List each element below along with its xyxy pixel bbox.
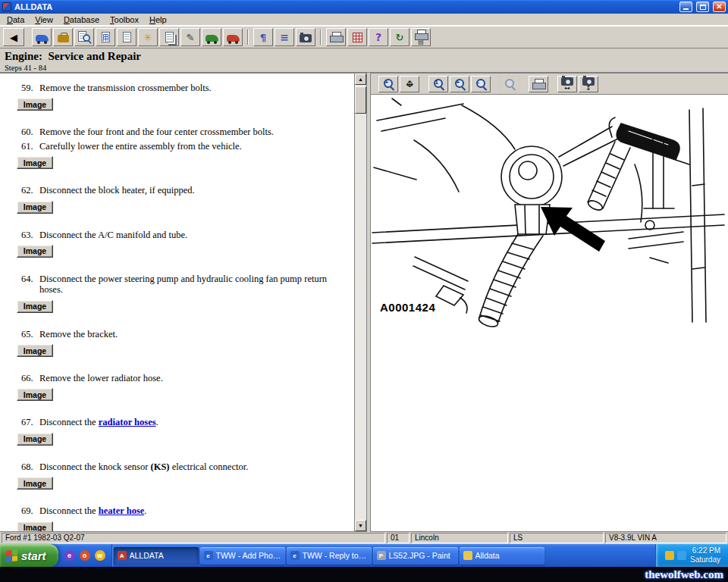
image-button[interactable]: Image bbox=[17, 433, 53, 446]
scroll-down-button[interactable]: ▼ bbox=[355, 520, 366, 531]
notes-button[interactable]: ✎ bbox=[180, 28, 200, 46]
image-view-button[interactable] bbox=[296, 28, 315, 46]
step-text-segment: Remove the four front and the four cente… bbox=[39, 127, 274, 137]
taskbar-item[interactable]: eTWW - Reply to Topic... bbox=[287, 547, 372, 565]
image-button[interactable]: Image bbox=[17, 98, 53, 111]
step-text: Disconnect the knock sensor (KS) electri… bbox=[39, 462, 351, 472]
status-field-4: V8-3.9L VIN A bbox=[605, 533, 726, 543]
step-line: 68.Disconnect the knock sensor (KS) elec… bbox=[0, 462, 351, 472]
tray-time: 6:22 PM bbox=[692, 546, 720, 555]
windows-logo-icon bbox=[6, 549, 17, 562]
image-button[interactable]: Image bbox=[17, 388, 53, 401]
menu-toolbox[interactable]: Toolbox bbox=[105, 14, 144, 25]
step-text-segment: Disconnect the bbox=[39, 417, 99, 427]
system-tray: 6:22 PM Saturday bbox=[655, 544, 728, 567]
step-text: Carefully lower the entire assembly from… bbox=[39, 141, 351, 152]
text-view-icon: ≡ bbox=[280, 32, 289, 42]
tray-icon-2[interactable] bbox=[677, 551, 686, 560]
search-document-button[interactable] bbox=[74, 28, 94, 46]
new-car-features-button[interactable] bbox=[202, 28, 221, 46]
quick-launch-icon-2[interactable]: o bbox=[80, 550, 90, 561]
toolbar-separator bbox=[320, 30, 322, 45]
menu-database[interactable]: Database bbox=[58, 14, 105, 25]
vehicle-select-icon bbox=[36, 35, 49, 42]
start-label: start bbox=[21, 549, 46, 562]
image-button[interactable]: Image bbox=[17, 201, 53, 214]
taskbar-item-icon: e bbox=[204, 551, 213, 560]
taskbar-item[interactable]: AALLDATA bbox=[114, 547, 199, 565]
briefcase-button[interactable] bbox=[53, 28, 73, 46]
taskbar-item-label: TWW - Add Photos - ... bbox=[216, 551, 281, 560]
back-button[interactable]: ◀ bbox=[3, 28, 24, 46]
labor-guide-icon bbox=[353, 33, 362, 42]
minimize-button[interactable] bbox=[679, 2, 692, 12]
start-button[interactable]: start bbox=[0, 544, 58, 567]
highlights-icon: ✳ bbox=[144, 33, 152, 42]
zoom-normal-button[interactable]: 1 bbox=[428, 76, 448, 92]
zoom-minus-button[interactable]: - bbox=[471, 76, 491, 92]
image-button[interactable]: Image bbox=[17, 156, 53, 169]
zoom-plus-button[interactable]: + bbox=[450, 76, 469, 92]
pan-button[interactable]: ↔↕ bbox=[400, 76, 419, 92]
print-setup-button[interactable]: ▤ bbox=[411, 28, 431, 46]
steps-panel: 59.Remove the transmission crossmember b… bbox=[0, 73, 367, 532]
fit-width-button[interactable]: ↔ bbox=[557, 76, 577, 92]
pan-icon: ↔↕ bbox=[403, 78, 416, 90]
quick-launch-icon-3[interactable]: w bbox=[95, 550, 105, 561]
scroll-up-button[interactable]: ▲ bbox=[355, 74, 366, 85]
quick-launch-icon-1[interactable]: e bbox=[64, 550, 75, 561]
step-link[interactable]: radiator hoses bbox=[99, 417, 156, 427]
paragraph-view-button[interactable]: ¶ bbox=[253, 28, 273, 46]
step-text: Remove the four front and the four cente… bbox=[39, 127, 351, 137]
car-repair-button[interactable] bbox=[223, 28, 243, 46]
print-image-button[interactable] bbox=[529, 76, 548, 92]
scrollbar-thumb[interactable] bbox=[355, 86, 366, 114]
menu-help[interactable]: Help bbox=[144, 14, 172, 25]
step-text: Disconnect the power steering pump and h… bbox=[39, 274, 351, 296]
image-button[interactable]: Image bbox=[17, 245, 53, 258]
taskbar-item-icon: e bbox=[290, 551, 300, 560]
tray-icon-1[interactable] bbox=[665, 551, 674, 560]
image-area: A0001424 bbox=[371, 95, 728, 531]
image-button[interactable]: Image bbox=[17, 344, 53, 357]
help-button[interactable]: ? bbox=[369, 28, 388, 46]
image-button[interactable]: Image bbox=[17, 300, 53, 313]
app-icon bbox=[2, 2, 11, 11]
history-button[interactable]: ↻ bbox=[390, 28, 410, 46]
zoom-in-button[interactable]: + bbox=[378, 76, 398, 92]
page-title: Engine: Service and Repair bbox=[5, 50, 728, 63]
menu-view[interactable]: View bbox=[30, 14, 58, 25]
document-button[interactable] bbox=[117, 28, 136, 46]
labor-guide-button[interactable] bbox=[347, 28, 367, 46]
step-text-segment: Disconnect the block heater, if equipped… bbox=[39, 185, 195, 196]
print-button[interactable] bbox=[326, 28, 346, 46]
restore-button[interactable] bbox=[696, 2, 709, 12]
step-text-segment: Remove the bracket. bbox=[39, 329, 118, 340]
paragraph-view-icon: ¶ bbox=[260, 33, 266, 42]
vertical-scrollbar[interactable]: ▲ ▼ bbox=[354, 74, 366, 531]
menu-data[interactable]: Data bbox=[2, 14, 30, 25]
minimize-icon bbox=[683, 8, 689, 10]
step-text-segment: Carefully lower the entire assembly from… bbox=[39, 141, 242, 152]
highlights-button[interactable]: ✳ bbox=[138, 28, 158, 46]
figure-label: A0001424 bbox=[380, 301, 435, 314]
step-number: 69. bbox=[21, 505, 35, 516]
step-text-segment: Remove the lower radiator hose. bbox=[39, 373, 163, 383]
tray-clock[interactable]: 6:22 PM Saturday bbox=[690, 546, 720, 565]
image-button[interactable]: Image bbox=[17, 477, 53, 490]
taskbar-item[interactable]: Alldata bbox=[460, 547, 544, 565]
text-view-button[interactable]: ≡ bbox=[275, 28, 294, 46]
taskbar-item[interactable]: PLS52.JPG - Paint bbox=[373, 547, 458, 565]
image-button[interactable]: Image bbox=[17, 521, 53, 532]
vehicle-select-button[interactable] bbox=[32, 28, 52, 46]
close-button[interactable]: ✕ bbox=[713, 2, 726, 12]
image-viewer-panel: +↔↕1+-↔↕ bbox=[370, 73, 728, 532]
content-area: 59.Remove the transmission crossmember b… bbox=[0, 73, 728, 532]
image-view-icon bbox=[300, 34, 312, 42]
tsb-document-button[interactable] bbox=[96, 28, 115, 46]
taskbar-item[interactable]: eTWW - Add Photos - ... bbox=[200, 547, 285, 565]
zoom-in-icon: + bbox=[383, 78, 394, 89]
documents-button[interactable] bbox=[159, 28, 179, 46]
step-link[interactable]: heater hose bbox=[99, 505, 145, 516]
fit-page-button[interactable]: ↕ bbox=[579, 76, 598, 92]
